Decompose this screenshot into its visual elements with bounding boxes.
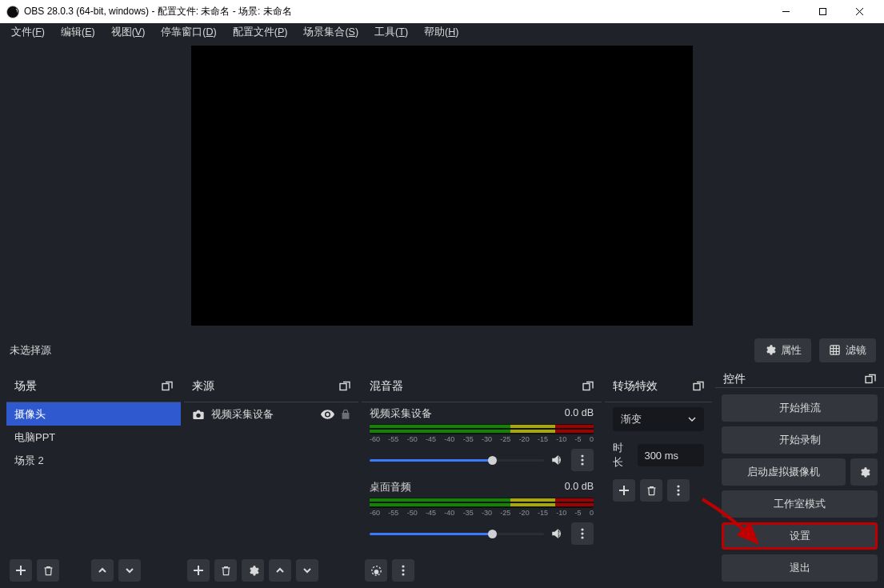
sources-list: 视频采集设备 (184, 402, 358, 553)
mixer-ch-menu[interactable] (571, 449, 594, 471)
mixer-ch-name: 桌面音频 (370, 481, 411, 494)
transitions-popout[interactable] (693, 381, 704, 392)
maximize-button[interactable] (804, 0, 841, 23)
menu-scene-collection[interactable]: 场景集合(S) (295, 23, 366, 42)
controls-popout[interactable] (865, 374, 876, 385)
scenes-title: 场景 (14, 379, 37, 394)
main-menu-bar: 文件(F) 编辑(E) 视图(V) 停靠窗口(D) 配置文件(P) 场景集合(S… (0, 23, 884, 42)
mixer-menu-button[interactable] (392, 559, 414, 582)
mixer-popout[interactable] (582, 381, 594, 392)
obs-logo-icon (6, 6, 19, 18)
source-move-up-button[interactable] (269, 559, 291, 582)
transition-select[interactable]: 渐变 (613, 407, 704, 431)
scene-name: 场景 2 (14, 454, 44, 468)
speaker-icon[interactable] (550, 454, 565, 466)
properties-label: 属性 (781, 343, 802, 358)
properties-button[interactable]: 属性 (754, 338, 811, 362)
source-remove-button[interactable] (214, 559, 237, 582)
svg-point-18 (581, 458, 583, 461)
start-streaming-button[interactable]: 开始推流 (722, 394, 878, 422)
gear-icon (247, 565, 259, 577)
level-meter (370, 498, 594, 508)
window-titlebar: OBS 28.0.3 (64-bit, windows) - 配置文件: 未命名… (0, 0, 884, 23)
menu-file[interactable]: 文件(F) (3, 23, 53, 42)
duration-value: 300 ms (644, 450, 678, 462)
scene-item[interactable]: 场景 2 (6, 449, 181, 472)
scene-add-button[interactable] (10, 559, 32, 582)
svg-rect-5 (830, 346, 839, 354)
mixer-channel: 桌面音频0.0 dB -60-55-50-45-40-35-30-25-20-1… (362, 476, 602, 519)
mixer-title: 混音器 (370, 379, 403, 394)
transition-add-button[interactable] (613, 479, 635, 502)
scene-move-up-button[interactable] (91, 559, 114, 582)
menu-docks[interactable]: 停靠窗口(D) (153, 23, 224, 42)
mixer-channel: 视频采集设备0.0 dB -60-55-50-45-40-35-30-25-20… (362, 402, 602, 446)
mixer-ch-db: 0.0 dB (565, 481, 594, 494)
start-recording-button[interactable]: 开始录制 (722, 426, 878, 454)
preview-area (0, 42, 884, 330)
speaker-icon[interactable] (550, 527, 565, 540)
settings-button[interactable]: 设置 (722, 522, 878, 550)
source-properties-button[interactable] (242, 559, 264, 582)
eye-icon[interactable] (321, 410, 334, 419)
meter-ticks: -60-55-50-45-40-35-30-25-20-15-10-50 (370, 509, 594, 518)
svg-rect-27 (694, 383, 700, 390)
scenes-list: 摄像头 电脑PPT 场景 2 (6, 402, 181, 553)
scene-name: 电脑PPT (14, 430, 55, 445)
transition-properties-button[interactable] (667, 479, 690, 502)
volume-slider[interactable] (370, 528, 544, 539)
sources-title: 来源 (192, 379, 214, 394)
controls-panel: 控件 开始推流 开始录制 启动虚拟摄像机 工作室模式 设置 退出 (715, 370, 884, 588)
start-virtual-cam-button[interactable]: 启动虚拟摄像机 (722, 458, 846, 486)
scene-remove-button[interactable] (37, 559, 59, 582)
lock-icon[interactable] (341, 409, 350, 420)
close-button[interactable] (841, 0, 878, 23)
menu-help[interactable]: 帮助(H) (416, 23, 466, 42)
chevron-down-icon (688, 415, 696, 423)
source-add-button[interactable] (187, 559, 210, 582)
mixer-ch-name: 视频采集设备 (370, 407, 432, 421)
svg-rect-13 (340, 383, 346, 390)
svg-rect-33 (866, 376, 872, 382)
studio-mode-button[interactable]: 工作室模式 (722, 490, 878, 518)
filters-button[interactable]: 滤镜 (819, 338, 876, 362)
scene-item[interactable]: 电脑PPT (6, 426, 181, 449)
gear-icon (858, 466, 870, 478)
preview-canvas[interactable] (191, 46, 693, 326)
scene-item[interactable]: 摄像头 (6, 402, 181, 426)
window-title: OBS 28.0.3 (64-bit, windows) - 配置文件: 未命名… (24, 5, 292, 18)
duration-label: 时长 (613, 441, 631, 470)
meter-ticks: -60-55-50-45-40-35-30-25-20-15-10-50 (370, 435, 594, 444)
button-label: 设置 (790, 529, 810, 543)
source-item[interactable]: 视频采集设备 (184, 402, 358, 426)
scene-move-down-button[interactable] (118, 559, 141, 582)
transition-remove-button[interactable] (640, 479, 662, 502)
exit-button[interactable]: 退出 (722, 554, 878, 582)
volume-slider[interactable] (370, 454, 544, 466)
menu-view[interactable]: 视图(V) (103, 23, 154, 42)
duration-input[interactable]: 300 ms (638, 444, 704, 466)
menu-edit[interactable]: 编辑(E) (53, 23, 103, 42)
controls-title: 控件 (723, 372, 746, 386)
virtual-cam-settings-button[interactable] (850, 458, 878, 486)
source-move-down-button[interactable] (296, 559, 318, 582)
mixer-ch-menu[interactable] (571, 522, 594, 545)
no-source-selected-label: 未选择源 (8, 343, 51, 358)
svg-point-26 (402, 573, 404, 575)
svg-point-24 (402, 565, 404, 567)
menu-profile[interactable]: 配置文件(P) (225, 23, 296, 42)
scene-name: 摄像头 (14, 407, 46, 422)
mixer-ch-db: 0.0 dB (565, 407, 594, 421)
scenes-popout[interactable] (162, 381, 173, 392)
svg-rect-16 (583, 383, 590, 390)
advanced-audio-button[interactable] (365, 559, 387, 582)
svg-point-32 (677, 493, 679, 495)
sources-popout[interactable] (339, 381, 350, 392)
docks-row: 场景 摄像头 电脑PPT 场景 2 来源 视频采集设备 (6, 370, 884, 588)
filters-icon (829, 344, 841, 356)
minimize-button[interactable] (767, 0, 804, 23)
svg-point-31 (677, 489, 679, 491)
source-toolbar: 未选择源 属性 滤镜 (0, 330, 884, 370)
button-label: 开始录制 (779, 433, 821, 447)
menu-tools[interactable]: 工具(T) (366, 23, 416, 42)
